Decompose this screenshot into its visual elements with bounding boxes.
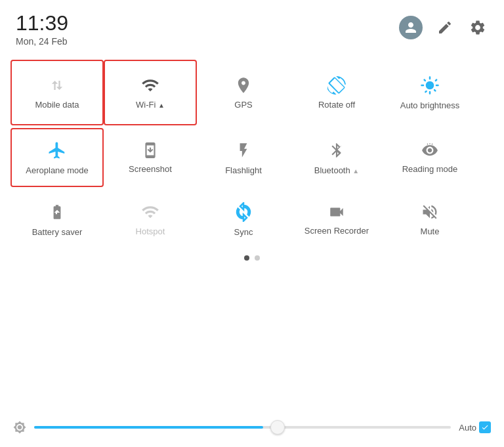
avatar[interactable] <box>399 16 423 39</box>
brightness-auto-checkbox[interactable] <box>479 421 491 433</box>
row-3: Battery saver Hotspot Sync <box>10 190 494 249</box>
tile-screen-recorder[interactable]: Screen Recorder <box>290 190 383 249</box>
brightness-thumb[interactable] <box>270 420 285 435</box>
settings-icon[interactable] <box>467 17 488 38</box>
quick-settings-panel: Mobile data Wi-Fi ▲ GPS <box>0 53 504 249</box>
aeroplane-label: Aeroplane mode <box>26 165 88 175</box>
rotate-label: Rotate off <box>318 100 355 110</box>
brightness-low-icon <box>13 421 26 434</box>
tile-hotspot[interactable]: Hotspot <box>104 190 197 249</box>
hotspot-icon <box>140 203 160 221</box>
brightness-fill <box>34 426 263 429</box>
tile-aeroplane[interactable]: Aeroplane mode <box>10 128 104 187</box>
mobile-data-label: Mobile data <box>35 100 79 110</box>
tile-mute[interactable]: Mute <box>383 190 476 249</box>
hotspot-label: Hotspot <box>136 226 165 236</box>
tile-sync[interactable]: Sync <box>197 190 290 249</box>
time-display: 11:39 <box>16 12 68 35</box>
dot-2[interactable] <box>255 255 260 261</box>
brightness-auto-label: Auto <box>459 423 476 433</box>
bluetooth-icon <box>328 140 345 160</box>
sync-label: Sync <box>234 227 253 237</box>
battery-saver-label: Battery saver <box>32 227 83 237</box>
flashlight-label: Flashlight <box>225 165 262 175</box>
date-display: Mon, 24 Feb <box>16 36 68 47</box>
gps-label: GPS <box>234 100 252 110</box>
mute-label: Mute <box>421 226 440 236</box>
gps-icon <box>234 76 253 95</box>
screen-recorder-label: Screen Recorder <box>304 226 369 236</box>
row-2: Aeroplane mode Screenshot Flashlight <box>10 128 494 187</box>
battery-saver-icon <box>49 202 66 222</box>
svg-line-2 <box>432 143 432 144</box>
auto-brightness-icon <box>420 75 440 95</box>
row-1: Mobile data Wi-Fi ▲ GPS <box>10 60 494 125</box>
mute-icon <box>421 203 439 221</box>
time-block: 11:39 Mon, 24 Feb <box>16 12 68 47</box>
wifi-label: Wi-Fi ▲ <box>136 100 165 110</box>
flashlight-icon <box>235 140 252 160</box>
rotate-icon <box>327 76 346 95</box>
edit-icon[interactable] <box>434 17 455 38</box>
page-dots <box>0 255 504 261</box>
header-actions <box>399 16 488 39</box>
aeroplane-icon <box>47 140 67 160</box>
sync-icon <box>234 202 253 222</box>
tile-auto-brightness[interactable]: Auto brightness <box>383 60 476 125</box>
tile-flashlight[interactable]: Flashlight <box>197 128 290 187</box>
brightness-bar: Auto <box>0 415 504 439</box>
screen-recorder-icon <box>327 203 346 221</box>
tile-screenshot[interactable]: Screenshot <box>104 128 197 187</box>
bluetooth-label: Bluetooth ▲ <box>314 165 359 175</box>
tile-reading-mode[interactable]: Reading mode <box>383 128 476 187</box>
tile-gps[interactable]: GPS <box>197 60 290 125</box>
tile-battery-saver[interactable]: Battery saver <box>10 190 104 249</box>
dot-1[interactable] <box>244 255 249 261</box>
tile-bluetooth[interactable]: Bluetooth ▲ <box>290 128 383 187</box>
reading-mode-label: Reading mode <box>402 164 458 174</box>
reading-mode-icon <box>420 142 440 159</box>
tile-mobile-data[interactable]: Mobile data <box>10 60 104 125</box>
brightness-track[interactable] <box>34 426 451 429</box>
wifi-icon <box>140 76 161 95</box>
brightness-auto-control: Auto <box>459 421 491 433</box>
tile-rotate[interactable]: Rotate off <box>290 60 383 125</box>
tile-wifi[interactable]: Wi-Fi ▲ <box>104 60 197 125</box>
header: 11:39 Mon, 24 Feb <box>0 0 504 53</box>
mobile-data-icon <box>48 76 66 95</box>
screenshot-icon <box>142 142 159 159</box>
svg-line-0 <box>427 143 428 144</box>
auto-brightness-label: Auto brightness <box>400 100 459 110</box>
screenshot-label: Screenshot <box>129 164 172 174</box>
